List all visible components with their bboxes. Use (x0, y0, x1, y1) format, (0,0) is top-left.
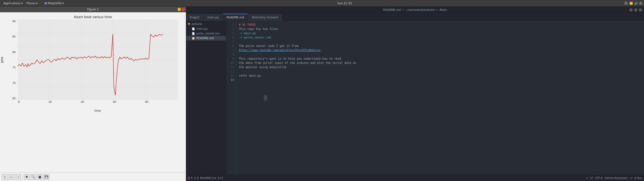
tree-folder-arduino[interactable]: ▼ arduino (186, 22, 226, 26)
statusbar-grammar: GitHub Markdown (604, 176, 628, 180)
file-name-mainpy: main.py (196, 27, 208, 30)
x-axis-label: time (94, 109, 101, 112)
tree-file-readme[interactable]: 📋 README.md (186, 36, 226, 40)
chart-title: Heart beat versus time (74, 15, 112, 19)
code-line-11: the monitor using matplotlib (239, 65, 641, 69)
atom-window: README.md — ~/somewhat/arduino — Atom – … (186, 6, 644, 181)
code-line-4: -> pulse_sensor.ino (239, 35, 641, 40)
zoom-button[interactable]: 🔍 (30, 174, 36, 180)
statusbar-cursor-pos: ↵ (586, 176, 588, 180)
line-num-9: 9 (226, 56, 236, 61)
code-line-14 (239, 78, 641, 82)
file-name-pulsesensor: pulse_sensor.ino (196, 32, 220, 35)
tab-project[interactable]: Project (186, 14, 204, 21)
taskbar-applications-label: Applications (3, 2, 20, 5)
sidebar-collapse-button[interactable]: ‹ (264, 95, 267, 101)
pan-button[interactable]: ✥ (24, 174, 30, 180)
taskbar-places[interactable]: Places ▾ (25, 1, 39, 6)
tab-project-label: Project (190, 16, 200, 19)
code-link[interactable]: https://www.youtube.com/watch?v=sTkroVP3… (239, 48, 320, 52)
code-line-7: https://www.youtube.com/watch?v=sTkroVP3… (239, 48, 641, 52)
atom-titlebar: README.md — ~/somewhat/arduino — Atom – … (186, 6, 644, 13)
code-text: the data from serial input of the arduin… (239, 61, 356, 64)
code-text: -> main.py (239, 32, 256, 35)
chart-svg (18, 20, 178, 100)
folder-icon: ▼ (188, 22, 190, 26)
error-icon: ⊗ (188, 176, 190, 180)
statusbar-left: ⊗ 0 ⚠ 0 README.md 14:1 (188, 176, 223, 180)
line-num-2: 2 (226, 27, 236, 31)
atom-window-title: README.md — ~/somewhat/arduino — Atom (383, 8, 447, 12)
warning-count-value: 0 (197, 176, 198, 180)
minimize-button[interactable]: – (630, 8, 633, 12)
tab-mainpy[interactable]: main.py (204, 14, 223, 21)
tab-telemetry-label: Telemetry Consent (252, 16, 278, 19)
taskbar-applications[interactable]: Applications ▾ (2, 1, 24, 6)
tab-telemetry[interactable]: Telemetry Consent (248, 14, 282, 21)
forward-button[interactable]: → (15, 174, 21, 180)
back-button[interactable]: ← (8, 174, 14, 180)
main-area: Figure 1 – ✕ Heart beat versus time BPM (0, 6, 644, 181)
x-tick-0: 0 (18, 100, 20, 104)
statusbar-encoding: UTF-8 (595, 176, 602, 180)
home-button[interactable]: ⌂ (2, 174, 8, 180)
close-button[interactable]: ✕ (182, 8, 185, 11)
statusbar-lf: LF (590, 176, 593, 180)
line-num-7: 7 (226, 48, 236, 52)
code-line-10: the data from serial input of the arduin… (239, 61, 641, 65)
tree-file-pulsesensor[interactable]: 📄 pulse_sensor.ino (186, 31, 226, 36)
minimize-button[interactable]: – (178, 8, 181, 11)
code-text: -> pulse_sensor.ino (239, 36, 271, 39)
taskbar-right-area: 1 📶 🔊 ⏻ (624, 2, 642, 5)
statusbar-filename: README.md (200, 176, 216, 180)
tab-readme[interactable]: README.md (223, 14, 248, 21)
taskbar: Applications ▾ Places ▾ ■ Matplotlib ▾ S… (0, 0, 644, 6)
atom-body: ▼ arduino 📄 main.py 📄 pulse_sensor.ino 📋… (186, 21, 644, 175)
matplotlib-toolbar: ⌂ ← → ✥ 🔍 ▦ 💾 (0, 172, 186, 181)
code-text: This repo has two files (239, 27, 278, 31)
atom-statusbar: ⊗ 0 ⚠ 0 README.md 14:1 ↵ LF UTF-8 GitHub… (186, 175, 644, 181)
file-icon: 📄 (192, 27, 195, 30)
power-icon: ⏻ (639, 2, 642, 5)
volume-icon: 🔊 (634, 2, 638, 5)
matplotlib-window-title: Figure 1 (87, 8, 98, 11)
error-count: ⊗ 0 (188, 176, 192, 180)
file-name-readme: README.md (196, 36, 214, 40)
x-tick-80: 80 (145, 100, 148, 104)
wifi-icon: 📶 (630, 2, 633, 5)
chevron-down-icon: ▾ (62, 2, 64, 5)
subplots-button[interactable]: ▦ (37, 174, 43, 180)
save-button[interactable]: 💾 (44, 174, 49, 180)
matplotlib-titlebar: Figure 1 – ✕ (0, 6, 186, 12)
page-indicator: 1 (624, 2, 628, 5)
warning-icon: ⚠ (194, 176, 196, 180)
code-line-13: refer main.py (239, 74, 641, 78)
code-line-8 (239, 52, 641, 56)
file-icon: 📋 (192, 37, 195, 40)
taskbar-matplotlib[interactable]: ■ Matplotlib ▾ (43, 1, 65, 6)
code-text: # HI THERE (239, 23, 256, 26)
line-num-12: 12 (226, 69, 236, 74)
taskbar-matplotlib-label: Matplotlib (48, 2, 62, 5)
chevron-down-icon: ▾ (36, 2, 38, 5)
atom-window-buttons: – □ ✕ (630, 8, 642, 12)
maximize-button[interactable]: □ (634, 8, 638, 12)
file-icon: 📄 (192, 32, 195, 35)
close-button[interactable]: ✕ (639, 8, 642, 12)
line-numbers: 1 2 3 4 5 6 7 8 9 10 11 12 13 14 (226, 21, 236, 175)
y-axis-label: BPM (0, 57, 4, 63)
code-content[interactable]: # HI THERE This repo has two files -> ma… (236, 21, 644, 175)
line-num-13: 13 (226, 74, 236, 78)
statusbar-position: 14:1 (218, 176, 223, 180)
toolbar-separator (22, 175, 22, 179)
tree-file-mainpy[interactable]: 📄 main.py (186, 26, 226, 31)
code-text: the monitor using matplotlib (239, 66, 286, 69)
taskbar-places-label: Places (26, 2, 35, 5)
matplotlib-window-buttons: – ✕ (178, 8, 185, 11)
chevron-down-icon: ▾ (21, 2, 22, 5)
warning-count: ⚠ 0 (194, 176, 198, 180)
x-tick-20: 20 (48, 100, 52, 104)
line-num-4: 4 (226, 35, 236, 40)
taskbar-clock: Sun 21:33 (66, 2, 623, 5)
matplotlib-window: Figure 1 – ✕ Heart beat versus time BPM (0, 6, 186, 181)
